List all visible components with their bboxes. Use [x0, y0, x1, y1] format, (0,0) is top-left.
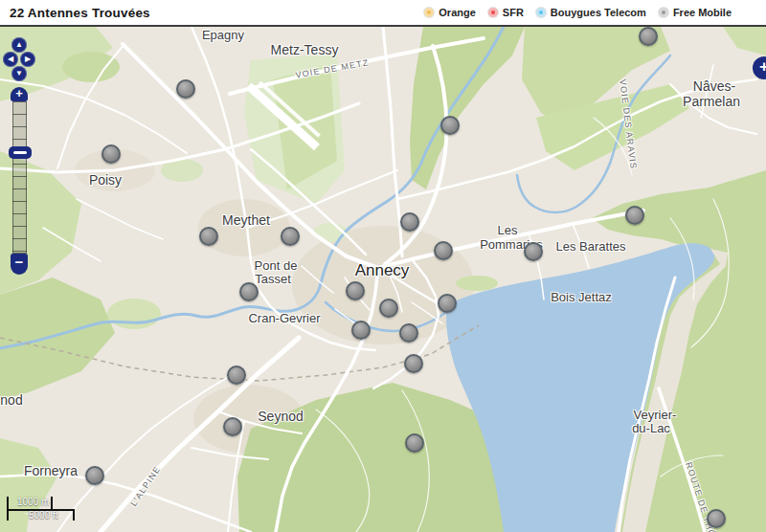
place-label: Annecy — [355, 261, 410, 280]
zoom-slider-track[interactable] — [12, 101, 27, 254]
legend-item-label: Orange — [439, 7, 476, 18]
antenna-marker[interactable] — [400, 212, 419, 232]
orange-dot-icon — [424, 8, 434, 17]
legend-item-label: SFR — [503, 7, 524, 18]
legend-item-sfr[interactable]: SFR — [488, 7, 524, 18]
place-label: Cran-Gevrier — [248, 311, 320, 325]
free-dot-icon — [659, 8, 668, 17]
place-label: Forneyra — [24, 463, 78, 478]
antenna-marker[interactable] — [440, 116, 460, 135]
legend-item-bouygues[interactable]: Bouygues Telecom — [536, 7, 646, 18]
place-label: du-Lac — [632, 421, 670, 435]
legend-item-label: Free Mobile — [673, 7, 732, 18]
antenna-marker[interactable] — [176, 79, 195, 99]
antenna-marker[interactable] — [379, 299, 398, 318]
antenna-marker[interactable] — [346, 281, 365, 300]
place-label: Nâves- — [693, 78, 735, 94]
place-label: Les Barattes — [556, 239, 626, 254]
place-label: Metz-Tessy — [271, 42, 339, 57]
antenna-marker[interactable] — [524, 242, 543, 261]
place-label: Bois Jettaz — [551, 290, 612, 304]
place-label: Epagny — [202, 28, 244, 42]
antenna-marker[interactable] — [399, 323, 418, 343]
scale-metric-label: 1000 m — [17, 497, 49, 507]
antenna-marker[interactable] — [227, 366, 246, 385]
legend: OrangeSFRBouygues TelecomFree Mobile — [424, 7, 732, 18]
page-title: 22 Antennes Trouvées — [10, 6, 150, 20]
header: 22 Antennes Trouvées OrangeSFRBouygues T… — [0, 0, 766, 27]
antenna-marker[interactable] — [438, 294, 457, 313]
place-label: nod — [0, 392, 22, 408]
place-label: Poisy — [89, 172, 122, 188]
antenna-marker[interactable] — [434, 241, 453, 260]
place-label: Tasset — [255, 272, 291, 286]
scale-imperial-label: 5000 ft — [29, 510, 58, 521]
antenna-marker[interactable] — [85, 466, 104, 485]
map-canvas[interactable]: EpagnyMetz-TessyVOIE DE METZNâves-Parmel… — [0, 27, 766, 532]
pan-down-button[interactable]: ▼ — [11, 66, 27, 81]
antenna-marker[interactable] — [405, 433, 424, 453]
zoom-in-button[interactable]: + — [11, 87, 28, 101]
zoom-slider-handle[interactable] — [9, 146, 32, 159]
antenna-marker[interactable] — [239, 282, 259, 301]
antenna-marker[interactable] — [101, 144, 121, 164]
sfr-dot-icon — [488, 8, 498, 17]
scale-bar: 1000 m 5000 ft — [7, 497, 78, 522]
antenna-marker[interactable] — [404, 354, 423, 373]
scale-bar-tick — [73, 509, 75, 521]
zoom-out-button[interactable]: − — [11, 254, 28, 275]
antenna-marker[interactable] — [351, 321, 371, 340]
place-label: Parmelan — [683, 94, 740, 109]
place-label: Meythet — [222, 212, 270, 228]
antenna-marker[interactable] — [281, 227, 300, 246]
place-label: Pont de — [255, 258, 298, 273]
antenna-marker[interactable] — [223, 417, 242, 436]
antenna-marker[interactable] — [639, 27, 658, 46]
place-label: Seynod — [258, 409, 303, 424]
antenna-marker[interactable] — [199, 227, 218, 246]
antenna-marker[interactable] — [707, 509, 726, 528]
place-label: Les — [498, 223, 518, 237]
pan-right-button[interactable]: ▶ — [20, 52, 35, 67]
panzoom-control: ▲ ◀ ▶ ▼ + − — [0, 27, 44, 285]
antenna-marker[interactable] — [625, 206, 644, 225]
legend-item-orange[interactable]: Orange — [424, 7, 476, 18]
legend-item-label: Bouygues Telecom — [551, 7, 646, 18]
place-label: Veyrier- — [634, 408, 677, 422]
pan-up-button[interactable]: ▲ — [11, 37, 27, 53]
scale-bar-tick — [51, 497, 53, 511]
bouygues-dot-icon — [536, 8, 546, 17]
legend-item-free[interactable]: Free Mobile — [659, 7, 732, 18]
pan-left-button[interactable]: ◀ — [3, 52, 18, 67]
